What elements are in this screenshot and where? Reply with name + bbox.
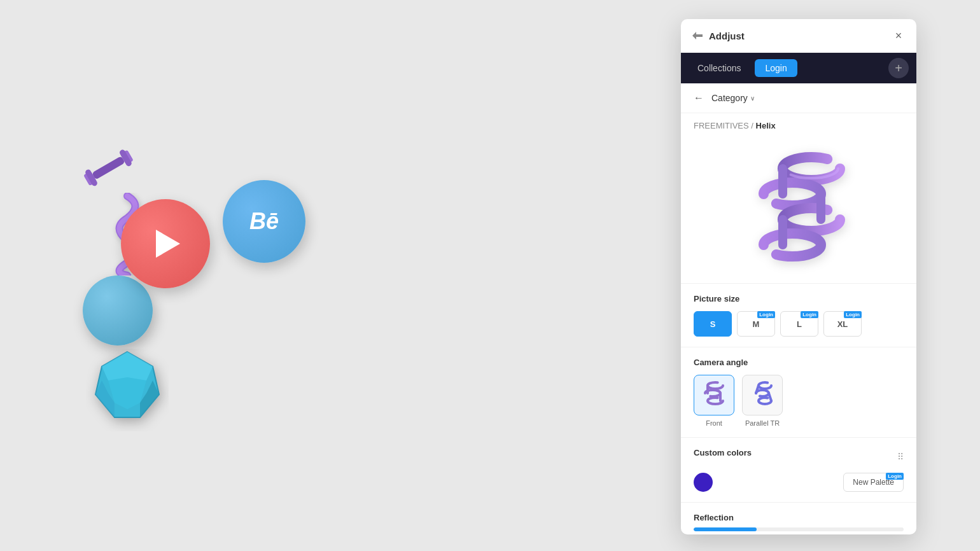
behance-icon: Bē bbox=[223, 180, 305, 263]
model-display bbox=[681, 130, 916, 283]
chevron-down-icon: ∨ bbox=[750, 95, 755, 102]
camera-parallel-label: Parallel TR bbox=[745, 419, 780, 427]
breadcrumb-path: FREEMITIVES / Helix bbox=[681, 113, 916, 130]
color-swatch-purple[interactable] bbox=[694, 473, 713, 492]
picture-size-title: Picture size bbox=[694, 294, 904, 303]
camera-front-label: Front bbox=[706, 419, 722, 427]
svg-point-11 bbox=[764, 183, 821, 206]
reflection-section: Reflection bbox=[681, 502, 916, 531]
svg-point-23 bbox=[759, 382, 771, 389]
plus-button[interactable]: + bbox=[888, 58, 909, 78]
size-m-button[interactable]: Login M bbox=[737, 311, 775, 337]
picture-size-section: Picture size S Login M Login L Login XL bbox=[681, 283, 916, 347]
category-dropdown[interactable]: Category ∨ bbox=[711, 93, 755, 103]
reflection-title: Reflection bbox=[694, 513, 904, 522]
panel-title-area: Addjust bbox=[691, 29, 745, 42]
svg-rect-2 bbox=[92, 156, 125, 179]
grid-icon: ⠿ bbox=[897, 452, 904, 462]
reflection-bar[interactable] bbox=[694, 527, 904, 531]
size-s-button[interactable]: S bbox=[694, 311, 732, 337]
sphere-icon bbox=[83, 276, 153, 345]
camera-parallel-option[interactable]: Parallel TR bbox=[742, 375, 783, 427]
panel-nav: Collections Login + bbox=[681, 53, 916, 83]
helix-3d-preview bbox=[741, 143, 856, 270]
back-button[interactable]: ← bbox=[691, 91, 706, 105]
panel-content: ← Category ∨ FREEMITIVES / Helix bbox=[681, 83, 916, 534]
svg-point-13 bbox=[764, 234, 821, 256]
reflection-fill bbox=[694, 527, 757, 531]
svg-marker-6 bbox=[102, 352, 153, 380]
youtube-icon bbox=[121, 199, 210, 288]
addjust-icon bbox=[691, 29, 704, 42]
close-button[interactable]: × bbox=[891, 28, 906, 43]
camera-parallel-preview bbox=[742, 375, 783, 415]
dumbbell-icon bbox=[83, 142, 134, 193]
main-panel: Addjust × Collections Login + ← Category… bbox=[681, 19, 916, 534]
dodecahedron-icon bbox=[83, 345, 172, 435]
new-palette-button[interactable]: Login New Palette bbox=[843, 473, 904, 492]
camera-angle-title: Camera angle bbox=[694, 358, 904, 367]
breadcrumb-bar: ← Category ∨ bbox=[681, 83, 916, 113]
custom-colors-section: Custom colors ⠿ Login New Palette bbox=[681, 437, 916, 502]
custom-colors-header: Custom colors ⠿ bbox=[694, 448, 904, 465]
custom-colors-title: Custom colors bbox=[694, 448, 752, 457]
size-l-button[interactable]: Login L bbox=[780, 311, 818, 337]
size-xl-button[interactable]: Login XL bbox=[823, 311, 862, 337]
panel-title: Addjust bbox=[709, 31, 745, 41]
svg-line-27 bbox=[769, 393, 771, 401]
camera-front-preview bbox=[694, 375, 734, 415]
svg-point-10 bbox=[783, 157, 840, 180]
icons-group: Bē bbox=[83, 142, 350, 409]
svg-point-18 bbox=[708, 382, 723, 389]
camera-options: Front Parallel TR bbox=[694, 375, 904, 427]
camera-front-option[interactable]: Front bbox=[694, 375, 734, 427]
panel-header: Addjust × bbox=[681, 19, 916, 53]
colors-row: Login New Palette bbox=[694, 473, 904, 492]
size-options: S Login M Login L Login XL bbox=[694, 311, 904, 337]
svg-point-12 bbox=[783, 208, 840, 231]
login-nav-button[interactable]: Login bbox=[755, 59, 797, 77]
collections-tab[interactable]: Collections bbox=[689, 59, 750, 77]
camera-angle-section: Camera angle Front bbox=[681, 347, 916, 437]
left-illustration: Bē bbox=[0, 0, 433, 551]
